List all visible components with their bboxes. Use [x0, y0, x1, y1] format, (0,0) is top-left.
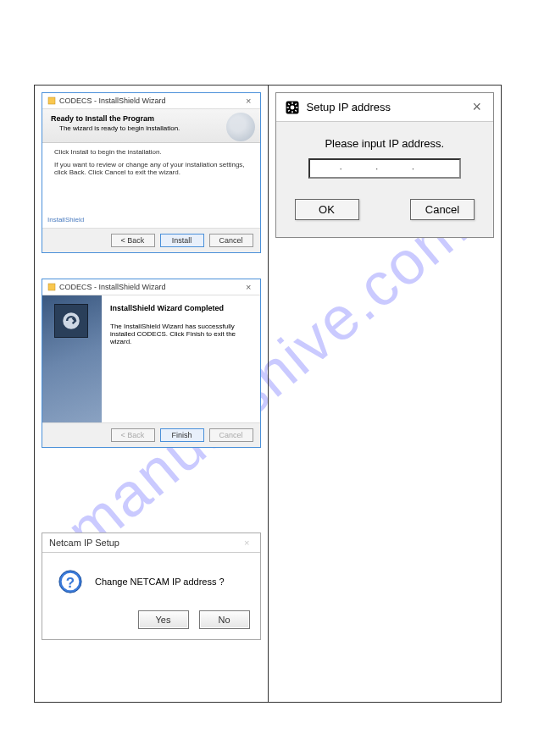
dialog-footer: Yes No	[42, 604, 260, 639]
dialog-footer: < Back Install Cancel	[42, 228, 260, 252]
installshield-complete-dialog: CODECS - InstallShield Wizard × InstallS…	[42, 279, 261, 448]
installer-box-icon	[54, 304, 88, 338]
window-titlebar: Setup IP address ×	[276, 93, 494, 122]
complete-body: The InstallShield Wizard has successfull…	[110, 323, 252, 345]
dialog-footer: OK Cancel	[276, 196, 494, 237]
cancel-button[interactable]: Cancel	[410, 199, 475, 220]
window-titlebar: CODECS - InstallShield Wizard ×	[42, 279, 260, 295]
dialog-body: InstallShield Wizard Completed The Insta…	[42, 295, 260, 422]
content-panel: InstallShield Wizard Completed The Insta…	[102, 295, 260, 422]
svg-rect-11	[296, 107, 297, 108]
close-icon[interactable]: ×	[242, 282, 254, 292]
left-column: CODECS - InstallShield Wizard × Ready to…	[35, 86, 269, 703]
window-title-text: CODECS - InstallShield Wizard	[59, 283, 166, 291]
cancel-button[interactable]: Cancel	[209, 234, 253, 247]
dialog-header: Ready to Install the Program The wizard …	[42, 109, 260, 143]
ok-button[interactable]: OK	[295, 199, 359, 220]
close-icon[interactable]: ×	[469, 98, 485, 116]
installshield-ready-dialog: CODECS - InstallShield Wizard × Ready to…	[42, 92, 261, 253]
window-titlebar: CODECS - InstallShield Wizard ×	[42, 93, 260, 109]
body-line-2: If you want to review or change any of y…	[54, 161, 248, 176]
right-column: Setup IP address × Please input IP addre…	[268, 86, 502, 703]
install-button[interactable]: Install	[160, 234, 204, 247]
netcam-ip-prompt-dialog: Netcam IP Setup × ? Change NETCAM IP add…	[42, 533, 261, 640]
finish-button[interactable]: Finish	[160, 428, 204, 442]
ip-address-input[interactable]: · · ·	[308, 158, 461, 179]
no-button[interactable]: No	[199, 610, 250, 629]
prompt-question: Change NETCAM IP address ?	[95, 577, 225, 587]
dialog-body: ? Change NETCAM IP address ?	[42, 553, 260, 604]
app-icon	[47, 283, 56, 291]
svg-rect-8	[291, 102, 293, 103]
side-panel	[42, 295, 102, 422]
installshield-logo-icon	[226, 113, 255, 141]
svg-point-2	[63, 312, 80, 329]
header-subtitle: The wizard is ready to begin installatio…	[51, 124, 252, 132]
svg-rect-1	[48, 284, 55, 290]
body-line-1: Click Install to begin the installation.	[54, 148, 248, 156]
setup-ip-dialog: Setup IP address × Please input IP addre…	[275, 92, 495, 238]
svg-rect-0	[48, 97, 55, 104]
dialog-body: Click Install to begin the installation.…	[42, 143, 260, 228]
window-title-text: CODECS - InstallShield Wizard	[59, 97, 166, 105]
cancel-button: Cancel	[209, 428, 253, 442]
header-title: Ready to Install the Program	[51, 114, 252, 123]
dialog-footer: < Back Finish Cancel	[42, 422, 260, 447]
svg-rect-10	[286, 107, 288, 108]
close-icon: ×	[241, 538, 253, 548]
window-titlebar: Netcam IP Setup ×	[42, 533, 260, 553]
app-icon	[47, 97, 56, 105]
dialog-body: Please input IP address. · · ·	[276, 122, 494, 196]
window-title-text: Netcam IP Setup	[49, 538, 119, 548]
svg-rect-9	[291, 111, 293, 113]
window-title-text: Setup IP address	[307, 101, 391, 113]
complete-title: InstallShield Wizard Completed	[110, 304, 252, 312]
close-icon[interactable]: ×	[242, 96, 254, 106]
installshield-brand: InstallShield	[47, 216, 84, 223]
ip-prompt-message: Please input IP address.	[276, 137, 494, 150]
back-button[interactable]: < Back	[111, 234, 155, 247]
layout-table: CODECS - InstallShield Wizard × Ready to…	[34, 85, 502, 703]
gear-icon	[285, 100, 300, 115]
svg-text:?: ?	[66, 575, 75, 591]
back-button: < Back	[111, 428, 155, 442]
yes-button[interactable]: Yes	[138, 610, 189, 629]
svg-point-7	[290, 105, 294, 109]
question-icon: ?	[58, 569, 83, 594]
